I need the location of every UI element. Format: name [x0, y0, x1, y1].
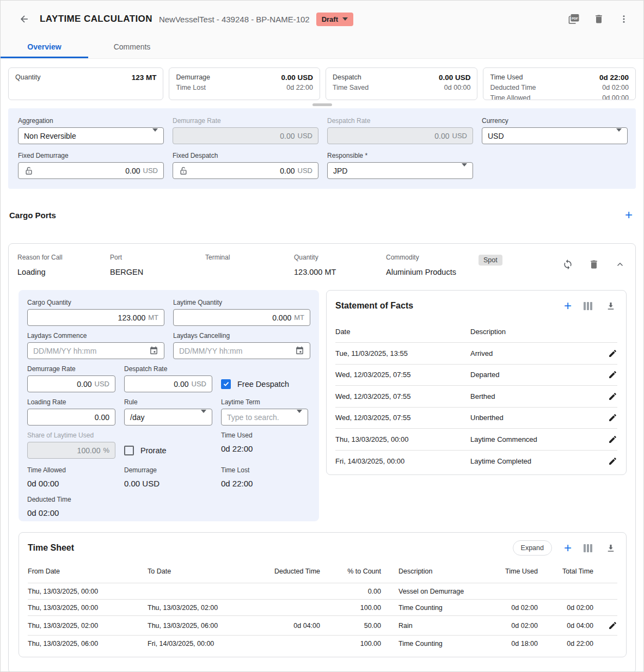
- time-sheet-row: Thu, 13/03/2025, 02:00 Thu, 13/03/2025, …: [28, 616, 617, 636]
- edit-sof-row-button[interactable]: [601, 413, 617, 422]
- laytime-calculation-page: LAYTIME CALCULATION NewVesselTest - 4392…: [0, 0, 644, 672]
- edit-sof-row-button[interactable]: [601, 457, 617, 466]
- reason-for-call: Reason for Call Loading: [17, 254, 110, 276]
- laytime-term-select[interactable]: Type to search.: [221, 409, 308, 426]
- checkbox-checked-icon: [221, 379, 231, 389]
- rule-value: /day: [130, 413, 144, 422]
- sof-row: Thu, 13/03/2025, 00:00 Laytime Commenced: [335, 429, 617, 451]
- time-sheet-title: Time Sheet: [28, 543, 74, 553]
- columns-icon[interactable]: [584, 302, 592, 310]
- cargo-port-card: Reason for Call Loading Port BERGEN Term…: [8, 243, 636, 672]
- port-despatch-rate-group: Despatch Rate 0.00 USD: [124, 365, 212, 392]
- add-time-sheet-row-button[interactable]: +: [564, 542, 572, 553]
- laydays-commence-input[interactable]: DD/MM/YY hh:mm: [27, 342, 164, 359]
- ts-to: Thu, 13/03/2025, 06:00: [148, 622, 262, 630]
- despatch-rate-field-group: Despatch Rate 0.00 USD: [327, 117, 473, 144]
- delete-button[interactable]: [592, 13, 605, 26]
- calendar-icon[interactable]: [295, 346, 304, 355]
- more-options-button[interactable]: [617, 13, 630, 26]
- status-badge[interactable]: Draft: [316, 13, 353, 26]
- laytime-quantity-input[interactable]: 0.000 MT: [173, 309, 310, 326]
- fixed-demurrage-input[interactable]: 0.00 USD: [18, 162, 164, 179]
- rule-select[interactable]: /day: [124, 409, 212, 426]
- time-sheet-header-row: From Date To Date Deducted Time % to Cou…: [28, 563, 617, 583]
- edit-sof-row-button[interactable]: [601, 392, 617, 401]
- panel-drag-handle[interactable]: [312, 103, 332, 106]
- fixed-despatch-input[interactable]: 0.00 USD: [173, 162, 318, 179]
- download-time-sheet-button[interactable]: [604, 541, 617, 554]
- port-demurrage-rate-input[interactable]: 0.00 USD: [27, 375, 115, 392]
- back-arrow-icon: [19, 14, 30, 24]
- responsible-select[interactable]: JPD: [327, 162, 473, 179]
- pencil-icon: [608, 370, 617, 379]
- time-sheet-row: Thu, 13/03/2025, 00:00 Thu, 13/03/2025, …: [28, 600, 617, 616]
- sof-description: Laytime Commenced: [470, 435, 601, 443]
- prorate-checkbox[interactable]: Prorate: [124, 442, 167, 459]
- despatch-rate-input: 0.00 USD: [327, 127, 473, 144]
- pencil-icon: [608, 435, 617, 444]
- add-sof-row-button[interactable]: +: [564, 300, 572, 311]
- currency-value: USD: [488, 132, 504, 140]
- expand-button[interactable]: Expand: [513, 540, 552, 556]
- tab-comments[interactable]: Comments: [88, 36, 176, 58]
- export-pdf-button[interactable]: PDF: [567, 13, 580, 26]
- card-value: 0d 22:00: [599, 72, 629, 83]
- card-sub-label: Deducted Time: [490, 83, 536, 93]
- edit-time-sheet-row-button[interactable]: [593, 621, 617, 630]
- port-despatch-rate-input[interactable]: 0.00 USD: [124, 375, 212, 392]
- fixed-demurrage-value: 0.00: [125, 167, 140, 175]
- edit-sof-row-button[interactable]: [601, 370, 617, 379]
- ts-to: Fri, 14/03/2025, 00:00: [148, 640, 262, 648]
- tab-overview[interactable]: Overview: [1, 36, 88, 58]
- edit-sof-row-button[interactable]: [601, 435, 617, 444]
- demurrage-rate-field-group: Demurrage Rate 0.00 USD: [173, 117, 318, 144]
- cargo-quantity-input[interactable]: 123.000 MT: [27, 309, 164, 326]
- edit-sof-row-button[interactable]: [601, 349, 617, 358]
- sof-row: Wed, 12/03/2025, 07:55 Departed: [335, 365, 617, 386]
- fixed-despatch-field-group: Fixed Despatch 0.00 USD: [173, 152, 318, 179]
- laytime-quantity-value: 0.000: [272, 313, 291, 322]
- stat-time-used: Time Used 0d 22:00: [221, 431, 308, 459]
- sync-port-button[interactable]: [561, 258, 574, 271]
- delete-port-button[interactable]: [587, 258, 600, 271]
- fixed-despatch-label: Fixed Despatch: [173, 152, 318, 159]
- card-label: Time Used: [490, 72, 523, 83]
- back-button[interactable]: [17, 11, 32, 27]
- cargo-quantity-group: Cargo Quantity 123.000 MT: [27, 299, 164, 326]
- checkbox-unchecked-icon: [124, 446, 134, 455]
- ts-deducted: 0d 04:00: [262, 622, 320, 630]
- sof-row: Tue, 11/03/2025, 13:55 Arrived: [335, 343, 617, 365]
- stat-deducted-time-value: 0d 02:00: [27, 508, 115, 517]
- card-time-used: Time Used0d 22:00 Deducted Time0d 02:00 …: [483, 67, 636, 100]
- laytime-term-label: Laytime Term: [221, 398, 308, 406]
- ts-col-total-time: Total Time: [538, 568, 593, 575]
- pencil-icon: [608, 349, 617, 358]
- demurrage-rate-input: 0.00 USD: [173, 127, 318, 144]
- port-value: BERGEN: [110, 268, 205, 276]
- stat-time-lost-label: Time Lost: [221, 466, 308, 474]
- quantity-value: 123.000 MT: [294, 268, 386, 276]
- columns-icon[interactable]: [584, 544, 592, 552]
- sof-col-date: Date: [335, 328, 470, 336]
- add-cargo-port-button[interactable]: +: [625, 209, 633, 220]
- card-sub-label: Time Allowed: [490, 93, 530, 100]
- collapse-port-button[interactable]: [614, 258, 627, 271]
- card-sub-value: 0d 00:00: [444, 83, 471, 93]
- loading-rate-input[interactable]: 0.00: [27, 409, 115, 426]
- ts-pct: 100.00: [320, 604, 381, 612]
- aggregation-label: Aggregation: [18, 117, 164, 125]
- download-sof-button[interactable]: [604, 299, 617, 312]
- aggregation-select[interactable]: Non Reversible: [18, 127, 164, 144]
- free-despatch-checkbox[interactable]: Free Despatch: [221, 375, 289, 392]
- tab-bar: Overview Comments: [1, 36, 643, 58]
- currency-select[interactable]: USD: [482, 127, 628, 144]
- port-demurrage-rate-group: Demurrage Rate 0.00 USD: [27, 365, 115, 392]
- stat-demurrage-label: Demurrage: [124, 466, 212, 474]
- card-sub-label: Time Lost: [176, 83, 205, 93]
- cargo-quantity-label: Cargo Quantity: [27, 299, 164, 306]
- responsible-field-group: Responsible * JPD: [327, 152, 473, 179]
- calendar-icon[interactable]: [149, 346, 158, 355]
- laydays-cancelling-input[interactable]: DD/MM/YY hh:mm: [173, 342, 310, 359]
- pencil-icon: [608, 621, 617, 630]
- stat-time-used-label: Time Used: [221, 431, 308, 439]
